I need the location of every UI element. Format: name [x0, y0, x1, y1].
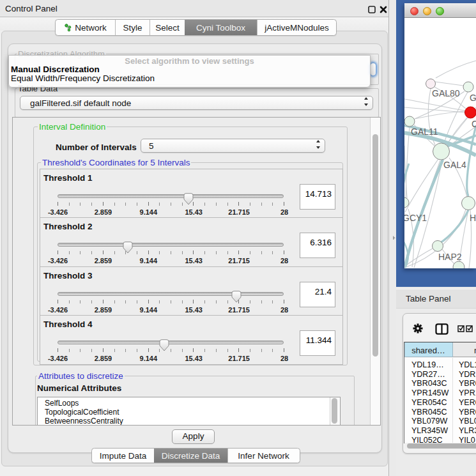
svg-text:GAL80: GAL80	[432, 88, 460, 98]
svg-text:GAL4: GAL4	[443, 160, 466, 170]
svg-text:HAP2: HAP2	[438, 252, 462, 262]
svg-text:GAL: GAL	[470, 93, 476, 103]
svg-text:GCY1: GCY1	[404, 213, 427, 223]
svg-text:HIS: HIS	[470, 213, 476, 223]
svg-text:CD: CD	[472, 119, 476, 129]
svg-text:GAL11: GAL11	[411, 127, 438, 137]
